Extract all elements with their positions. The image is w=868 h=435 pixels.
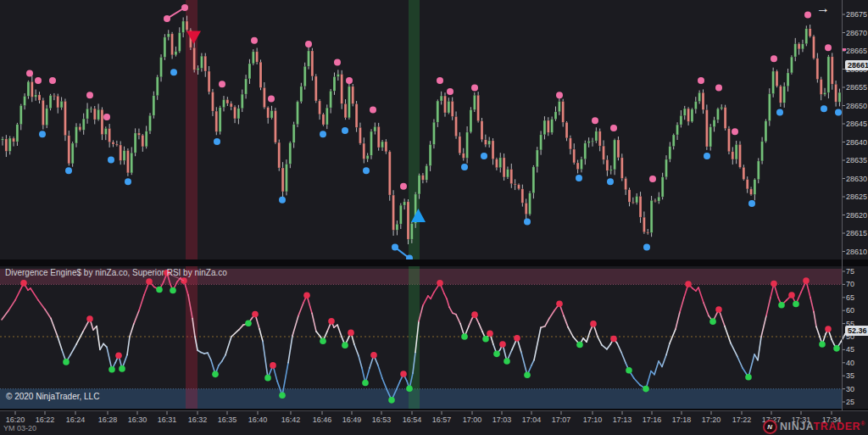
- time-tick-label: 16:24: [66, 415, 86, 424]
- time-tick-label: 16:57: [432, 415, 452, 424]
- time-tick-label: 17:00: [463, 415, 482, 424]
- swing-high-dot: [771, 55, 777, 62]
- time-tick-label: 17:04: [522, 415, 542, 424]
- time-tick-label: 16:53: [372, 415, 392, 424]
- price-tick-label: 28650: [846, 102, 867, 110]
- rsi-trough-dot: [406, 385, 413, 392]
- rsi-trough-dot: [342, 342, 348, 349]
- swing-high-dot: [400, 183, 407, 190]
- price-tick-label: 28635: [846, 156, 867, 165]
- rsi-trough-dot: [576, 342, 583, 349]
- bullish-divergence-line: [395, 248, 409, 259]
- rsi-peak-dot: [370, 352, 377, 359]
- swing-high-dot: [732, 128, 738, 135]
- time-tick-label: 16:46: [313, 415, 332, 424]
- time-tick-label: 16:22: [36, 415, 55, 424]
- swing-low-dot: [835, 109, 842, 116]
- rsi-peak-dot: [252, 311, 259, 318]
- time-tick-label: 16:30: [128, 415, 147, 424]
- rsi-trough-dot: [778, 302, 785, 309]
- swing-low-dot: [39, 131, 46, 137]
- rsi-trough-dot: [320, 337, 326, 344]
- rsi-trough-dot: [264, 375, 271, 382]
- ninjatrader-chart-window: Divergence Engine$ by ninZa.co, Superior…: [0, 0, 868, 435]
- swing-high-dot: [370, 106, 376, 113]
- time-tick-label: 16:28: [98, 415, 118, 424]
- rsi-peak-dot: [771, 281, 777, 287]
- time-tick-label: 16:31: [158, 415, 177, 424]
- rsi-peak-dot: [514, 335, 520, 342]
- swing-high-dot: [610, 125, 617, 131]
- rsi-peak-dot: [788, 292, 795, 298]
- go-to-latest-arrow-icon[interactable]: →: [816, 1, 830, 16]
- swing-high-dot: [103, 114, 110, 120]
- swing-low-dot: [524, 219, 531, 226]
- rsi-tick-label: 30: [846, 385, 854, 393]
- panel-divider[interactable]: [0, 259, 868, 266]
- swing-low-dot: [363, 167, 370, 174]
- rsi-peak-dot: [715, 306, 722, 313]
- price-tick-label: 28620: [846, 211, 867, 220]
- swing-low-dot: [643, 244, 650, 251]
- swing-high-dot: [804, 12, 811, 19]
- time-tick-label: 16:35: [218, 415, 237, 424]
- rsi-indicator-label: Divergence Engine$ by ninZa.co, Superior…: [5, 268, 227, 277]
- rsi-peak-dot: [20, 280, 27, 287]
- rsi-peak-dot: [400, 371, 407, 377]
- swing-high-dot: [268, 96, 275, 103]
- rsi-peak-dot: [303, 293, 310, 299]
- rsi-trough-dot: [626, 367, 632, 374]
- time-tick-label: 17:10: [583, 415, 603, 424]
- time-tick-label: 16:54: [403, 415, 422, 424]
- rsi-tick-label: 75: [846, 267, 854, 276]
- logo-registered-mark: ®: [860, 421, 865, 427]
- swing-low-dot: [108, 156, 114, 163]
- price-tick-label: 28625: [846, 192, 867, 201]
- candlestick-series: [2, 16, 841, 245]
- rsi-tick-label: 60: [846, 306, 854, 315]
- price-tick-label: 28655: [846, 83, 867, 92]
- rsi-peak-dot: [610, 336, 617, 343]
- rsi-peak-dot: [86, 315, 93, 322]
- swing-low-dot: [170, 69, 177, 75]
- current-price-badge: 28661: [845, 60, 868, 70]
- time-tick-label: 17:22: [732, 415, 752, 424]
- price-tick-label: 28640: [846, 138, 867, 147]
- rsi-peak-dot: [556, 300, 563, 307]
- rsi-peak-dot: [590, 321, 597, 327]
- swing-low-dot: [776, 109, 783, 116]
- rsi-peak-dot: [146, 278, 153, 285]
- swing-high-dot: [715, 85, 722, 92]
- logo-text-trader: TRADER: [814, 421, 861, 433]
- swing-high-dot: [251, 37, 258, 44]
- swing-low-dot: [481, 153, 487, 159]
- swing-high-dot: [471, 85, 478, 92]
- rsi-trough-dot: [461, 333, 468, 340]
- rsi-peak-dot: [803, 277, 810, 284]
- swing-low-dot: [461, 164, 468, 170]
- time-tick-label: 16:49: [342, 415, 362, 424]
- rsi-peak-dot: [685, 281, 692, 287]
- rsi-tick-label: 70: [846, 280, 854, 288]
- swing-high-dot: [556, 92, 563, 98]
- time-tick-label: 17:20: [702, 415, 721, 424]
- swing-low-dot: [607, 178, 614, 185]
- price-tick-label: 28670: [846, 29, 867, 37]
- current-rsi-badge: 52.36: [845, 326, 868, 336]
- rsi-bottom-divider: [0, 409, 868, 410]
- bearish-divergence-line: [167, 8, 185, 19]
- rsi-peak-dot: [328, 318, 335, 325]
- rsi-oversold-zone: [0, 389, 842, 410]
- rsi-trough-dot: [212, 371, 219, 378]
- instrument-label: YM 03-20: [3, 424, 36, 432]
- rsi-trough-dot: [793, 301, 799, 308]
- swing-high-dot: [447, 88, 453, 95]
- rsi-trough-dot: [108, 366, 115, 373]
- chart-canvas[interactable]: [0, 0, 868, 435]
- swing-low-dot: [320, 131, 326, 137]
- copyright-label: © 2020 NinjaTrader, LLC: [6, 392, 99, 401]
- swing-high-dot: [334, 59, 341, 66]
- rsi-trough-dot: [643, 386, 649, 393]
- swing-high-dot: [35, 77, 42, 84]
- time-tick-label: 16:32: [188, 415, 208, 424]
